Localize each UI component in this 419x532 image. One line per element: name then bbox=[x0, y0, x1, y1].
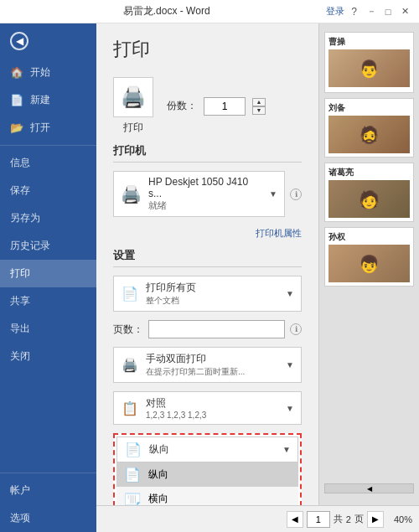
copies-spin: ▲ ▼ bbox=[252, 98, 266, 115]
sidebar-menu: 🏠 开始 📄 新建 📂 打开 信息 保存 另存为 历史记录 bbox=[0, 59, 96, 469]
allpages-info: 打印所有页 整个文档 bbox=[146, 281, 279, 307]
preview-scroll-bar[interactable]: ◀ bbox=[324, 483, 414, 493]
preview-card-zhugueliang: 诸葛亮 🧑 bbox=[324, 163, 414, 222]
help-btn[interactable]: ? bbox=[351, 6, 357, 18]
preview-cards: 曹操 👨 刘备 🧔 诸葛亮 bbox=[324, 32, 414, 287]
signin-link[interactable]: 登录 bbox=[326, 5, 344, 18]
landscape-icon: 📄 bbox=[125, 490, 141, 506]
preview-card-name-liubei: 刘备 bbox=[328, 102, 410, 114]
preview-thumb-sunquan: 👦 bbox=[328, 245, 410, 282]
preview-card-name-sunquan: 孙权 bbox=[328, 231, 410, 243]
minimize-btn[interactable]: － bbox=[364, 4, 379, 19]
sidebar-label-options: 选项 bbox=[10, 511, 30, 525]
home-icon: 🏠 bbox=[10, 66, 23, 79]
titlebar: 易雷龙.docx - Word 登录 ? － □ ✕ bbox=[0, 0, 419, 23]
printer-row[interactable]: 🖨️ HP Deskjet 1050 J410 s... 就绪 ▼ bbox=[113, 171, 285, 217]
sidebar-item-export[interactable]: 导出 bbox=[0, 315, 96, 343]
current-page-input[interactable] bbox=[307, 511, 330, 528]
sidebar-bottom: 帐户 选项 bbox=[0, 469, 96, 532]
sidebar-item-save[interactable]: 保存 bbox=[0, 177, 96, 204]
printer-row-wrapper: 🖨️ HP Deskjet 1050 J410 s... 就绪 ▼ ℹ bbox=[113, 171, 302, 217]
restore-btn[interactable]: □ bbox=[380, 4, 396, 19]
sidebar-item-options[interactable]: 选项 bbox=[0, 504, 96, 532]
printer-name: HP Deskjet 1050 J410 s... bbox=[148, 176, 262, 199]
copies-input[interactable] bbox=[204, 97, 246, 116]
allpages-sub: 整个文档 bbox=[146, 295, 279, 307]
back-button[interactable]: ◀ bbox=[0, 23, 96, 59]
preview-card-sunquan: 孙权 👦 bbox=[324, 227, 414, 287]
prev-page-btn[interactable]: ◀ bbox=[287, 511, 303, 528]
preview-scroll-area: ◀ bbox=[324, 483, 414, 497]
preview-thumb-caocao: 👨 bbox=[328, 49, 410, 87]
printer-info: HP Deskjet 1050 J410 s... 就绪 bbox=[148, 176, 262, 212]
preview-thumb-liubei: 🧔 bbox=[328, 116, 410, 153]
pages-label: 页数： bbox=[113, 323, 143, 337]
orientation-dropdown-container: 📄 纵向 ▼ 📄 纵向 📄 横向 bbox=[113, 433, 302, 505]
preview-card-liubei: 刘备 🧔 bbox=[324, 98, 414, 158]
sidebar-item-info[interactable]: 信息 bbox=[0, 149, 96, 177]
printer-props-link[interactable]: 打印机属性 bbox=[113, 227, 302, 240]
sidebar-divider-1 bbox=[0, 145, 96, 146]
sidebar-label-history: 历史记录 bbox=[10, 239, 50, 253]
collate-arrow: ▼ bbox=[286, 404, 294, 413]
orientation-landscape-label: 横向 bbox=[148, 492, 168, 505]
sidebar-item-print[interactable]: 打印 bbox=[0, 260, 96, 287]
orientation-portrait-icon: 📄 bbox=[124, 442, 142, 457]
duplex-arrow: ▼ bbox=[286, 360, 294, 369]
preview-card-name-caocao: 曹操 bbox=[328, 36, 410, 48]
collate-icon: 📋 bbox=[121, 400, 139, 416]
printer-icon: 🖨️ bbox=[121, 184, 142, 204]
copies-down-btn[interactable]: ▼ bbox=[252, 106, 266, 115]
allpages-icon: 📄 bbox=[121, 286, 139, 302]
sidebar-label-share: 共享 bbox=[10, 294, 30, 308]
pages-info-icon[interactable]: ℹ bbox=[290, 323, 302, 335]
preview-panel: 曹操 👨 刘备 🧔 诸葛亮 bbox=[318, 23, 419, 505]
orientation-option-portrait[interactable]: 📄 纵向 bbox=[116, 462, 298, 487]
page-total-label: 共 bbox=[334, 513, 343, 525]
sidebar-label-export: 导出 bbox=[10, 322, 30, 336]
print-top-row: 🖨️ 打印 份数： ▲ ▼ bbox=[113, 77, 302, 135]
bottom-nav: ◀ 共 2 页 ▶ 40% bbox=[96, 505, 419, 532]
copies-up-btn[interactable]: ▲ bbox=[252, 98, 266, 106]
orientation-selected[interactable]: 📄 纵向 ▼ bbox=[116, 436, 298, 462]
pages-input[interactable] bbox=[148, 320, 285, 338]
print-btn-label[interactable]: 打印 bbox=[123, 121, 143, 135]
setting-collate[interactable]: 📋 对照 1,2,3 1,2,3 1,2,3 ▼ bbox=[113, 391, 302, 425]
sidebar-item-close[interactable]: 关闭 bbox=[0, 343, 96, 370]
sidebar-item-open[interactable]: 📂 打开 bbox=[0, 114, 96, 142]
sidebar-item-account[interactable]: 帐户 bbox=[0, 477, 96, 504]
page-total: 2 bbox=[346, 514, 351, 524]
preview-thumb-zhugueliang: 🧑 bbox=[328, 180, 410, 218]
allpages-arrow: ▼ bbox=[286, 289, 294, 298]
printer-section-title: 打印机 bbox=[113, 143, 302, 163]
sidebar-item-saveas[interactable]: 另存为 bbox=[0, 204, 96, 232]
new-icon: 📄 bbox=[10, 94, 23, 106]
settings-section-title: 设置 bbox=[113, 248, 302, 267]
sidebar-item-share[interactable]: 共享 bbox=[0, 287, 96, 315]
setting-duplex[interactable]: 🖨️ 手动双面打印 在提示打印第二面时重新... ▼ bbox=[113, 347, 302, 383]
orientation-option-landscape[interactable]: 📄 横向 bbox=[116, 487, 298, 505]
sidebar-item-start[interactable]: 🏠 开始 bbox=[0, 59, 96, 86]
printer-info-icon[interactable]: ℹ bbox=[290, 189, 302, 200]
next-page-btn[interactable]: ▶ bbox=[367, 511, 384, 528]
print-icon-box[interactable]: 🖨️ bbox=[113, 77, 153, 117]
printer-dropdown-arrow[interactable]: ▼ bbox=[269, 189, 277, 199]
duplex-sub: 在提示打印第二面时重新... bbox=[146, 366, 279, 378]
sidebar-label-open: 打开 bbox=[30, 121, 50, 135]
close-btn[interactable]: ✕ bbox=[397, 4, 412, 19]
sidebar-item-new[interactable]: 📄 新建 bbox=[0, 86, 96, 114]
open-icon: 📂 bbox=[10, 121, 23, 134]
orientation-options: 📄 纵向 📄 横向 bbox=[116, 462, 298, 505]
print-panel: 打印 🖨️ 打印 份数： ▲ ▼ bbox=[96, 23, 318, 505]
duplex-icon: 🖨️ bbox=[121, 357, 139, 373]
print-button-area: 🖨️ 打印 bbox=[113, 77, 153, 135]
sidebar-item-history[interactable]: 历史记录 bbox=[0, 232, 96, 260]
setting-allpages[interactable]: 📄 打印所有页 整个文档 ▼ bbox=[113, 276, 302, 312]
pages-row: 页数： ℹ bbox=[113, 320, 302, 338]
sidebar-label-close: 关闭 bbox=[10, 349, 30, 364]
collate-info: 对照 1,2,3 1,2,3 1,2,3 bbox=[146, 396, 279, 420]
back-circle-icon: ◀ bbox=[10, 32, 28, 50]
duplex-info: 手动双面打印 在提示打印第二面时重新... bbox=[146, 352, 279, 378]
portrait-icon: 📄 bbox=[123, 467, 142, 483]
copies-label: 份数： bbox=[167, 99, 197, 113]
